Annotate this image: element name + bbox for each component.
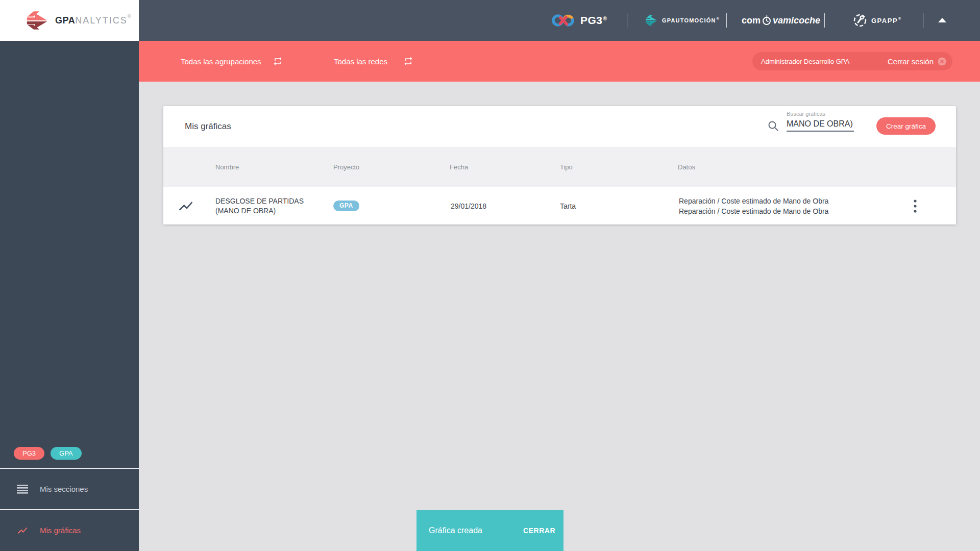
gpanalytics-arrow-icon [26,9,50,32]
table-header: Nombre Proyecto Fecha Tipo Datos [163,147,956,187]
panel-header: Mis gráficas Buscar gráficas Crear gráfi… [163,106,956,147]
column-header-proyecto: Proyecto [333,147,359,187]
line-chart-icon [17,525,29,536]
gpa-badge: GPA [51,447,82,460]
gpautomocion-logo-icon [645,14,658,27]
pg3-badge: PG3 [14,447,44,460]
cell-datos: Reparación / Coste estimado de Mano de O… [679,187,828,224]
gpautomocion-logo-label: GPAUTOMOCIÓN® [662,0,720,41]
gpanalytics-logo: GPANALYTICS® [0,0,139,41]
row-menu-button[interactable] [908,196,923,216]
toast-message: Gráfica creada [429,526,482,535]
sidebar-item-mis-secciones[interactable]: Mis secciones [0,469,139,509]
top-header: PG3® GPAUTOMOCIÓN® com vamicoche [0,0,980,41]
swap-networks-icon[interactable] [403,56,413,68]
cell-tipo: Tarta [560,187,576,224]
sidebar-badges: PG3 GPA [14,447,82,460]
sections-menu-icon [17,485,29,494]
logout-close-icon[interactable] [938,57,946,66]
user-session-pill: Administrador Desarrollo GPA Cerrar sesi… [752,52,952,70]
app-root: PG3® GPAUTOMOCIÓN® com vamicoche [0,0,980,551]
swap-groupings-icon[interactable] [273,56,283,68]
stopwatch-icon [762,15,772,26]
filter-bar: Todas las agrupaciones Todas las redes A… [139,41,980,82]
cell-fecha: 29/01/2018 [451,187,486,224]
sidebar: PG3 GPA Mis secciones Mis gráficas [0,0,139,551]
networks-filter[interactable]: Todas las redes [334,41,387,82]
search-label: Buscar gráficas [787,111,854,117]
sidebar-item-label: Mis gráficas [40,526,81,535]
project-badge: GPA [333,187,359,224]
create-chart-button[interactable]: Crear gráfica [876,117,936,135]
kebab-icon [914,199,917,213]
sidebar-item-mis-graficas[interactable]: Mis gráficas [0,510,139,550]
search-icon [767,120,779,134]
toast-snackbar: Gráfica creada CERRAR [416,510,564,551]
user-name: Administrador Desarrollo GPA [761,58,849,65]
header-divider [923,13,923,28]
header-divider [824,13,825,28]
chart-type-icon [178,187,194,224]
collapse-header-button[interactable] [936,16,948,24]
gpapp-logo-label: GPAPP® [871,0,902,41]
table-row[interactable]: DESGLOSE DE PARTIDAS (MANO DE OBRA) GPA … [163,187,956,224]
cell-nombre: DESGLOSE DE PARTIDAS (MANO DE OBRA) [215,187,329,224]
column-header-tipo: Tipo [560,147,573,187]
gpapp-logo-icon [853,13,867,28]
search-input[interactable] [787,118,854,132]
pg3-logo-icon [551,13,575,28]
search-field: Buscar gráficas [787,111,854,132]
mis-graficas-panel: Mis gráficas Buscar gráficas Crear gráfi… [163,106,956,224]
logout-button[interactable]: Cerrar sesión [888,57,934,66]
toast-close-button[interactable]: CERRAR [523,527,555,535]
column-header-nombre: Nombre [215,147,239,187]
column-header-datos: Datos [678,147,695,187]
sidebar-item-label: Mis secciones [40,485,88,493]
page-title: Mis gráficas [185,106,231,147]
pg3-logo-label: PG3® [580,0,607,41]
header-divider [627,13,627,28]
column-header-fecha: Fecha [450,147,468,187]
gpanalytics-logo-label: GPANALYTICS® [55,15,131,26]
triangle-up-icon [938,18,946,22]
comprovamicoche-logo: com vamicoche [742,0,820,41]
header-divider [726,13,727,28]
groupings-filter[interactable]: Todas las agrupaciones [181,41,261,82]
